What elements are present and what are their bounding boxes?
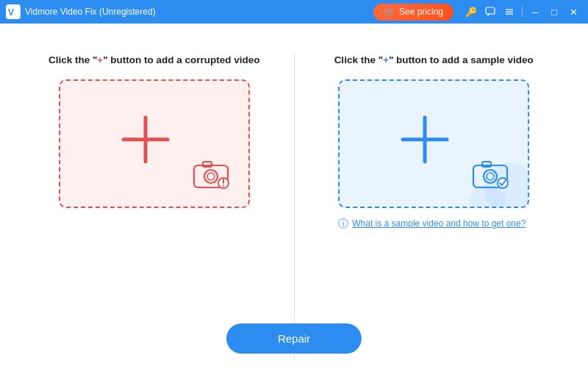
see-pricing-button[interactable]: 🛒 See pricing [373, 4, 453, 21]
main-content: Click the "+" button to add a corrupted … [0, 24, 588, 383]
svg-point-19 [484, 170, 497, 183]
close-button[interactable]: ✕ [564, 3, 582, 21]
left-plus-icon [116, 110, 175, 172]
panel-divider [294, 53, 295, 361]
right-panel-title: Click the "+" button to add a sample vid… [334, 53, 534, 68]
titlebar-separator [522, 6, 523, 18]
corrupted-video-panel: Click the "+" button to add a corrupted … [22, 53, 287, 361]
chat-icon-button[interactable] [481, 3, 499, 21]
svg-rect-2 [486, 7, 495, 14]
cart-icon: 🛒 [384, 7, 395, 18]
svg-point-15 [223, 185, 224, 187]
info-link-container: ⓘ What is a sample video and how to get … [338, 217, 529, 231]
minimize-button[interactable]: ─ [526, 3, 544, 21]
camera-error-icon [190, 155, 232, 193]
svg-point-9 [204, 170, 218, 183]
sample-video-upload-box[interactable] [338, 79, 529, 208]
app-title: Vidmore Video Fix (Unregistered) [25, 7, 373, 17]
svg-point-20 [487, 173, 494, 180]
titlebar-controls: 🔑 ─ □ ✕ [462, 3, 582, 21]
corrupted-video-upload-box[interactable] [59, 79, 250, 208]
repair-button[interactable]: Repair [226, 323, 362, 354]
see-pricing-label: See pricing [399, 7, 443, 17]
right-plus-icon [395, 110, 454, 172]
app-logo: V [6, 4, 21, 19]
svg-text:V: V [8, 7, 14, 18]
menu-icon-button[interactable] [501, 3, 518, 21]
right-plus-text: + [383, 54, 389, 65]
key-icon-button[interactable]: 🔑 [462, 3, 480, 21]
left-plus-text: + [97, 54, 103, 65]
repair-button-container: Repair [226, 323, 362, 354]
sample-video-info-link[interactable]: What is a sample video and how to get on… [352, 217, 526, 230]
titlebar: V Vidmore Video Fix (Unregistered) 🛒 See… [0, 0, 588, 24]
info-icon: ⓘ [338, 218, 348, 231]
left-panel-title: Click the "+" button to add a corrupted … [49, 53, 260, 68]
camera-check-icon [469, 155, 512, 193]
maximize-button[interactable]: □ [545, 3, 563, 21]
sample-video-panel: Click the "+" button to add a sample vid… [302, 53, 567, 361]
svg-point-10 [207, 173, 215, 180]
